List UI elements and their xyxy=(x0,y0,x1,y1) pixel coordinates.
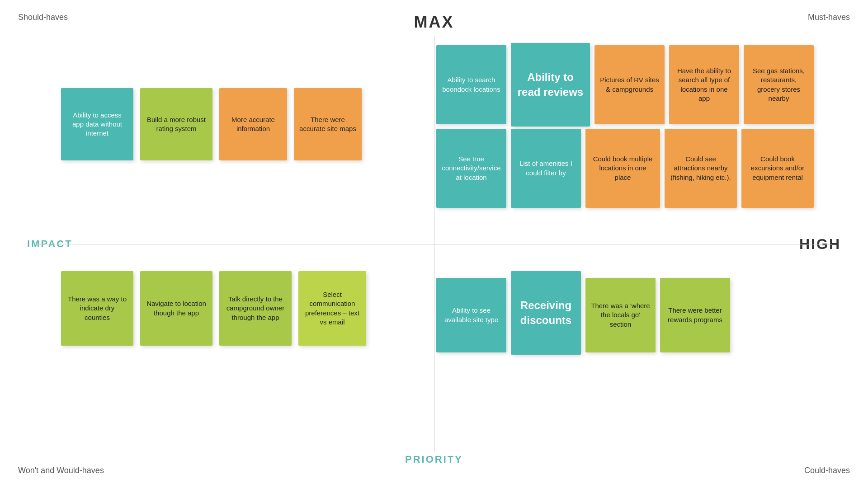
sticky-s10: See true connectivity/service at locatio… xyxy=(436,129,506,208)
corner-bottom-right: Could-haves xyxy=(804,466,850,475)
sticky-s17: Talk directly to the campground owner th… xyxy=(219,271,292,346)
sticky-s13: Could see attractions nearby (fishing, h… xyxy=(665,129,737,208)
sticky-s14: Could book excursions and/or equipment r… xyxy=(741,129,814,208)
corner-bottom-left: Won't and Would-haves xyxy=(18,466,104,475)
corner-top-right: Must-haves xyxy=(808,13,850,22)
horizontal-axis-line xyxy=(36,244,832,244)
sticky-s11: List of amenities I could filter by xyxy=(511,129,581,208)
sticky-s18: Select communication preferences – text … xyxy=(298,271,366,346)
sticky-s16: Navigate to location though the app xyxy=(140,271,212,346)
sticky-s19: Ability to see available site type xyxy=(436,278,506,352)
sticky-s6: Ability to read reviews xyxy=(511,43,590,127)
axis-priority-label: PRIORITY xyxy=(405,454,463,465)
sticky-s4: There were accurate site maps xyxy=(294,88,362,160)
sticky-s8: Have the ability to search all type of l… xyxy=(669,45,739,124)
sticky-s12: Could book multiple locations in one pla… xyxy=(585,129,660,208)
sticky-s22: There were better rewards programs xyxy=(660,278,730,352)
sticky-s20: Receiving discounts xyxy=(511,271,581,355)
sticky-s3: More accurate information xyxy=(219,88,287,160)
axis-max-label: MAX xyxy=(414,13,454,32)
sticky-s2: Build a more robust rating system xyxy=(140,88,212,160)
corner-top-left: Should-haves xyxy=(18,13,68,22)
sticky-s7: Pictures of RV sites & campgrounds xyxy=(594,45,665,124)
sticky-s21: There was a 'where the locals go' sectio… xyxy=(585,278,656,352)
sticky-s9: See gas stations, restaurants, grocery s… xyxy=(744,45,814,124)
sticky-s15: There was a way to indicate dry counties xyxy=(61,271,133,346)
sticky-s1: Ability to access app data without inter… xyxy=(61,88,133,160)
sticky-s5: Ability to search boondock locations xyxy=(436,45,506,124)
